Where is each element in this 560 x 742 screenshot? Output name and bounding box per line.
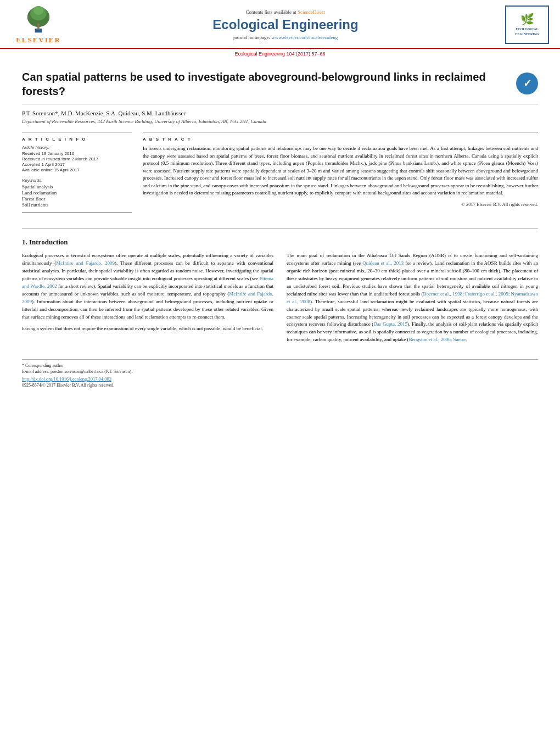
intro-para-3: The main goal of reclamation in the Atha… <box>287 252 538 344</box>
article-container: Can spatial patterns be used to investig… <box>0 59 560 399</box>
history-revised: Received in revised form 2 March 2017 <box>22 157 132 161</box>
sciencedirect-link: Contents lists available at ScienceDirec… <box>77 9 494 15</box>
article-info-box: A R T I C L E I N F O Article history: R… <box>22 132 132 213</box>
elsevier-brand-text: ELSEVIER <box>16 36 61 44</box>
article-title-section: Can spatial patterns be used to investig… <box>22 70 538 104</box>
svg-rect-4 <box>37 24 40 30</box>
keyword-3: Soil nutrients <box>22 202 132 208</box>
article-info-abstract-section: A R T I C L E I N F O Article history: R… <box>22 132 538 220</box>
svg-point-3 <box>33 6 43 15</box>
history-received: Received 19 January 2016 <box>22 151 132 156</box>
keywords-section: Keywords: Spatial analysis Land reclamat… <box>22 178 132 208</box>
sciencedirect-text[interactable]: ScienceDirect <box>298 9 325 15</box>
affiliation: Department of Renewable Resources, 442 E… <box>22 119 538 124</box>
journal-center: Contents lists available at ScienceDirec… <box>66 9 505 40</box>
eco-icon: 🌿 <box>520 13 534 26</box>
corresponding-author-note: * Corresponding author. <box>22 363 538 368</box>
intro-para-2: having a system that does not require th… <box>22 325 273 333</box>
abstract-label: A B S T R A C T <box>143 137 538 142</box>
author-email[interactable]: preston.sorenson@ualberta.ca <box>51 369 103 374</box>
citation-mcintire-2009-1: McIntire and Fajardo, 2009 <box>56 260 115 266</box>
article-info-label: A R T I C L E I N F O <box>22 137 132 142</box>
journal-logo-right: 🌿 ECOLOGICAL ENGINEERING <box>505 5 549 44</box>
body-text-section: Ecological processes in terrestrial ecos… <box>22 252 538 348</box>
intro-para-1: Ecological processes in terrestrial ecos… <box>22 252 273 321</box>
issn-line: 0925-8574/© 2017 Elsevier B.V. All right… <box>22 383 538 388</box>
abstract-text: In forests undergoing reclamation, monit… <box>143 145 538 197</box>
keyword-0: Spatial analysis <box>22 184 132 189</box>
history-online: Available online 15 April 2017 <box>22 168 132 172</box>
citation-quideau-2013: Quideau et al., 2013 <box>362 260 404 266</box>
journal-header: ELSEVIER Contents lists available at Sci… <box>0 0 560 49</box>
homepage-url[interactable]: www.elsevier.com/locate/ecoleng <box>271 35 338 40</box>
elsevier-logo: ELSEVIER <box>11 4 66 44</box>
abstract-column: A B S T R A C T In forests undergoing re… <box>143 132 538 220</box>
svg-text:✓: ✓ <box>523 78 531 89</box>
citation-mcintire-2009-2: McIntire and Fajardo, 2009 <box>22 291 273 304</box>
introduction-heading: 1. Introduction <box>22 238 538 247</box>
citation-dasgupta-2015: Das Gupta, 2015 <box>373 321 407 327</box>
article-footer: * Corresponding author. E-mail address: … <box>22 359 538 388</box>
article-info-column: A R T I C L E I N F O Article history: R… <box>22 132 132 220</box>
history-accepted: Accepted 1 April 2017 <box>22 162 132 167</box>
email-note: E-mail address: preston.sorenson@ualbert… <box>22 369 538 374</box>
journal-homepage: journal homepage: www.elsevier.com/locat… <box>77 35 494 40</box>
citation-boerner-1998: Boerner et al., 1998; Fraterrigo et al.,… <box>287 291 538 304</box>
journal-logo-text: ECOLOGICAL ENGINEERING <box>515 27 539 36</box>
volume-info: Ecological Engineering 104 (2017) 57–66 <box>0 49 560 59</box>
doi-link[interactable]: http://dx.doi.org/10.1016/j.ecoleng.2017… <box>22 376 538 382</box>
body-left-column: Ecological processes in terrestrial ecos… <box>22 252 273 348</box>
keyword-2: Forest floor <box>22 196 132 202</box>
article-history-label: Article history: <box>22 145 132 150</box>
citation-ettema-2002: Ettema and Wardle, 2002 <box>22 276 273 289</box>
section-divider <box>22 228 538 229</box>
copyright-notice: © 2017 Elsevier B.V. All rights reserved… <box>143 202 538 207</box>
keywords-label: Keywords: <box>22 178 132 183</box>
crossmark-icon: ✓ <box>516 72 538 94</box>
authors: P.T. Sorenson*, M.D. MacKenzie, S.A. Qui… <box>22 110 538 116</box>
elsevier-tree-icon <box>19 4 58 35</box>
body-right-column: The main goal of reclamation in the Atha… <box>287 252 538 348</box>
citation-bengston-2006: Bengston et al., 2006; Saetre, <box>409 337 467 342</box>
keyword-1: Land reclamation <box>22 190 132 196</box>
article-title: Can spatial patterns be used to investig… <box>22 70 505 98</box>
journal-title: Ecological Engineering <box>77 17 494 32</box>
abstract-section: A B S T R A C T In forests undergoing re… <box>143 132 538 207</box>
